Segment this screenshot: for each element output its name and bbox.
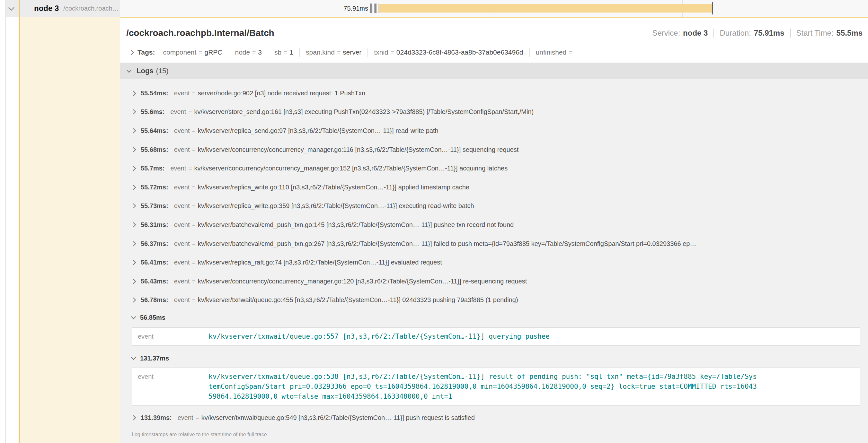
log-row[interactable]: 55.6ms: event = kv/kvserver/store_send.g… [120, 103, 868, 122]
log-event-field: event kv/kvserver/txnwait/queue.go:538 [… [132, 372, 860, 402]
log-timestamp: 56.78ms: [141, 296, 168, 304]
log-row[interactable]: 55.64ms: event = kv/kvserver/replica_sen… [120, 121, 868, 140]
log-field-key: event [178, 414, 193, 421]
chevron-right-icon[interactable] [131, 223, 136, 228]
tag-item: span.kind = server [300, 48, 368, 57]
start-time-label: Start Time: [796, 29, 834, 38]
equals-sign: = [192, 90, 196, 97]
log-timestamp: 55.73ms: [141, 202, 168, 210]
log-row[interactable]: 55.68ms: event = kv/kvserver/concurrency… [120, 140, 868, 159]
equals-sign: = [188, 108, 192, 115]
log-row[interactable]: 55.54ms: event = server/node.go:902 [n3]… [120, 84, 868, 103]
chevron-right-icon[interactable] [129, 50, 134, 55]
logs-section-header[interactable]: Logs (15) [120, 63, 868, 79]
equals-sign: = [192, 221, 196, 228]
chevron-right-icon[interactable] [131, 415, 136, 420]
tags-row[interactable]: Tags: component = gRPC node = 3 sb = 1 s… [120, 38, 868, 63]
chevron-right-icon[interactable] [131, 260, 136, 265]
log-timestamp: 131.39ms: [141, 414, 172, 421]
stats-divider [713, 29, 714, 38]
span-name-row[interactable]: node 3 /cockroach.roach… [6, 0, 120, 17]
log-event-card: event kv/kvserver/txnwait/queue.go:538 [… [132, 368, 860, 406]
log-row[interactable]: 56.43ms: event = kv/kvserver/concurrency… [120, 272, 868, 291]
log-field-value: kv/kvserver/replica_send.go:97 [n3,s3,r6… [198, 127, 438, 135]
equals-sign: = [198, 49, 202, 56]
chevron-right-icon[interactable] [131, 279, 136, 284]
log-event-field: event kv/kvserver/txnwait/queue.go:557 [… [132, 332, 860, 342]
log-field-value: kv/kvserver/replica_write.go:110 [n3,s3,… [198, 183, 469, 191]
expanded-log-header[interactable]: 131.37ms [120, 350, 868, 366]
chevron-right-icon[interactable] [131, 91, 136, 96]
tag-item: txnid = 024d3323-6c8f-4863-aa8b-37ab0e63… [368, 48, 529, 57]
tag-key: component [163, 48, 196, 56]
log-timestamp: 56.85ms [140, 314, 165, 321]
log-row[interactable]: 56.37ms: event = kv/kvserver/batcheval/c… [120, 234, 868, 253]
log-row[interactable]: 55.72ms: event = kv/kvserver/replica_wri… [120, 178, 868, 197]
equals-sign: = [192, 146, 196, 153]
log-field-key: event [174, 183, 190, 191]
log-timestamp: 56.41ms: [141, 259, 168, 266]
equals-sign: = [284, 49, 287, 56]
equals-sign: = [568, 49, 572, 56]
log-row[interactable]: 56.31ms: event = kv/kvserver/batcheval/c… [120, 215, 868, 234]
chevron-right-icon[interactable] [131, 204, 136, 209]
left-rail [0, 0, 6, 443]
log-field-key: event [174, 221, 190, 229]
tag-key: txnid [374, 48, 388, 56]
log-timestamp: 56.31ms: [141, 221, 168, 229]
tag-item: node = 3 [229, 48, 268, 57]
span-detail-panel: /cockroach.roachpb.Internal/Batch Servic… [120, 18, 868, 443]
chevron-right-icon[interactable] [131, 128, 136, 134]
chevron-down-icon[interactable] [131, 314, 136, 319]
start-time-value: 55.5ms [837, 29, 863, 38]
log-field-value: kv/kvserver/txnwait/queue.go:455 [n3,s3,… [198, 296, 518, 304]
chevron-right-icon[interactable] [131, 166, 136, 171]
chevron-right-icon[interactable] [131, 298, 136, 303]
log-field-key: event [174, 278, 190, 285]
chevron-down-icon[interactable] [127, 67, 132, 73]
log-row[interactable]: 55.73ms: event = kv/kvserver/replica_wri… [120, 197, 868, 216]
expanded-log-header[interactable]: 56.85ms [120, 309, 868, 326]
duration-value: 75.91ms [754, 29, 784, 38]
span-duration-bar[interactable] [379, 4, 712, 12]
log-field-key: event [174, 146, 190, 154]
equals-sign: = [252, 49, 256, 56]
log-row[interactable]: 56.41ms: event = kv/kvserver/replica_raf… [120, 253, 868, 272]
log-row[interactable]: 55.7ms: event = kv/kvserver/concurrency/… [120, 159, 868, 178]
stats-divider [790, 29, 790, 38]
span-duration-label: 75.91ms [304, 0, 368, 17]
log-row[interactable]: 131.39ms: event = kv/kvserver/txnwait/qu… [120, 408, 868, 427]
log-timestamp: 55.54ms: [141, 90, 168, 97]
collapse-span-chevron[interactable] [6, 6, 17, 10]
chevron-down-icon[interactable] [131, 355, 136, 360]
log-field-key: event [174, 296, 190, 304]
log-field-value: kv/kvserver/concurrency/concurrency_mana… [198, 146, 519, 154]
logs-list: 55.54ms: event = server/node.go:902 [n3]… [120, 79, 868, 443]
equals-sign: = [192, 297, 196, 304]
span-stats: Service: node 3 Duration: 75.91ms Start … [652, 29, 863, 38]
tag-key: sb [274, 48, 281, 56]
chevron-right-icon[interactable] [131, 147, 136, 152]
log-row[interactable]: 56.78ms: event = kv/kvserver/txnwait/que… [120, 291, 868, 310]
log-field-value: kv/kvserver/txnwait/queue.go:549 [n3,s3,… [202, 414, 475, 421]
logs-section: Logs (15) 55.54ms: event = server/node.g… [120, 63, 868, 443]
equals-sign: = [192, 259, 196, 266]
chevron-right-icon[interactable] [131, 109, 136, 114]
log-field-key: event [174, 259, 190, 266]
chevron-right-icon[interactable] [131, 241, 136, 246]
span-name-column-highlight [20, 17, 120, 443]
duration-label: Duration: [720, 29, 751, 38]
log-field-key: event [170, 165, 186, 172]
chevron-right-icon[interactable] [131, 184, 136, 190]
logs-count: (15) [156, 67, 169, 75]
log-tick-marks [370, 3, 378, 13]
log-timestamp: 55.64ms: [141, 127, 168, 135]
log-field-key: event [174, 202, 190, 210]
trace-span-detail-view: node 3 /cockroach.roach… 75.91ms /cockro… [0, 0, 868, 443]
log-timestamp: 55.72ms: [141, 183, 168, 191]
log-field-value: kv/kvserver/replica_raft.go:74 [n3,s3,r6… [198, 259, 442, 266]
log-field-key: event [174, 90, 190, 97]
tag-key: unfinished [536, 48, 567, 56]
span-detail-header: /cockroach.roachpb.Internal/Batch Servic… [120, 18, 868, 38]
log-timestamp: 55.68ms: [141, 146, 168, 154]
